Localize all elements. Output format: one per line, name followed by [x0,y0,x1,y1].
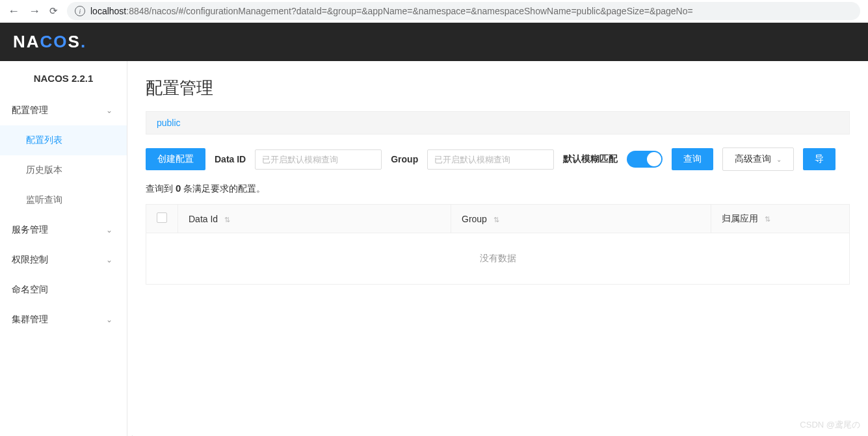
sidebar-item-config-mgmt[interactable]: 配置管理 ⌄ [0,96,127,125]
col-checkbox [146,205,178,233]
empty-row: 没有数据 [146,233,850,285]
sidebar-item-label: 历史版本 [26,164,62,175]
export-button[interactable]: 导 [803,148,835,170]
sidebar-item-service-mgmt[interactable]: 服务管理 ⌄ [0,215,127,245]
search-button[interactable]: 查询 [672,148,713,170]
forward-icon[interactable]: → [29,5,40,18]
chevron-down-icon: ⌄ [106,106,112,115]
sidebar-title: NACOS 2.2.1 [0,61,127,96]
namespace-bar: public [146,111,850,135]
info-icon[interactable]: i [75,6,85,16]
result-text: 查询到 0 条满足要求的配置。 [146,183,850,195]
watermark: CSDN @鸢尾の [800,419,860,431]
chevron-down-icon: ⌄ [106,255,112,264]
reload-icon[interactable]: ⟳ [49,5,58,17]
sidebar-item-cluster[interactable]: 集群管理 ⌄ [0,305,127,335]
sidebar-item-label: 配置管理 [12,105,48,116]
toggle-knob [647,152,661,166]
search-bar: 创建配置 Data ID Group 默认模糊匹配 查询 高级查询 ⌄ 导 [146,147,850,171]
chevron-down-icon: ⌄ [776,156,782,163]
sidebar-item-label: 服务管理 [12,224,48,236]
url-text: localhost:8848/nacos/#/configurationMana… [90,6,693,16]
sidebar-item-history[interactable]: 历史版本 [0,155,127,185]
col-app[interactable]: 归属应用 ⇅ [711,205,850,233]
main-content: 配置管理 public 创建配置 Data ID Group 默认模糊匹配 查询… [127,61,868,436]
chevron-down-icon: ⌄ [106,315,112,324]
sidebar-item-label: 命名空间 [12,284,48,296]
table-header-row: Data Id ⇅ Group ⇅ 归属应用 ⇅ [146,205,850,233]
sidebar-item-label: 监听查询 [26,194,62,205]
url-bar[interactable]: i localhost:8848/nacos/#/configurationMa… [67,2,860,20]
group-label: Group [391,154,418,164]
data-id-input[interactable] [255,149,382,170]
col-data-id[interactable]: Data Id ⇅ [178,205,451,233]
advanced-search-button[interactable]: 高级查询 ⌄ [722,147,794,171]
fuzzy-label: 默认模糊匹配 [563,153,618,165]
logo[interactable]: NACOS. [13,32,86,52]
page-title: 配置管理 [146,77,850,99]
sidebar-item-auth[interactable]: 权限控制 ⌄ [0,245,127,275]
sidebar-item-listener[interactable]: 监听查询 [0,185,127,215]
app-header: NACOS. [0,23,868,61]
sort-icon: ⇅ [224,216,230,224]
sidebar-item-namespace[interactable]: 命名空间 [0,275,127,305]
namespace-link[interactable]: public [157,118,181,128]
group-input[interactable] [427,149,554,170]
sidebar-item-label: 集群管理 [12,314,48,326]
back-icon[interactable]: ← [8,5,20,18]
chevron-down-icon: ⌄ [106,225,112,235]
config-table: Data Id ⇅ Group ⇅ 归属应用 ⇅ 没有数据 [146,204,850,285]
data-id-label: Data ID [215,154,246,164]
sort-icon: ⇅ [765,215,770,223]
create-config-button[interactable]: 创建配置 [146,148,205,170]
empty-text: 没有数据 [146,233,850,285]
sidebar-item-label: 配置列表 [26,135,62,145]
col-group[interactable]: Group ⇅ [451,205,711,233]
sort-icon: ⇅ [493,216,499,224]
sidebar-item-config-list[interactable]: 配置列表 [0,125,127,155]
browser-bar: ← → ⟳ i localhost:8848/nacos/#/configura… [0,0,868,23]
fuzzy-toggle[interactable] [627,151,663,168]
sidebar-item-label: 权限控制 [12,254,48,266]
sidebar: NACOS 2.2.1 配置管理 ⌄ 配置列表 历史版本 监听查询 服务管理 ⌄… [0,61,127,436]
select-all-checkbox[interactable] [157,212,167,223]
